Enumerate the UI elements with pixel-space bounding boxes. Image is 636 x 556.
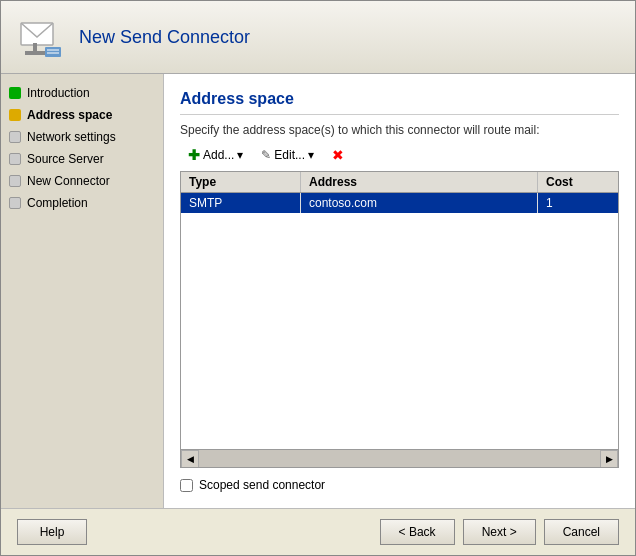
sidebar-label-address-space: Address space [27,108,112,122]
add-label: Add... [203,148,234,162]
sidebar-item-source-server[interactable]: Source Server [1,148,163,170]
col-address: Address [301,172,538,192]
sidebar-label-introduction: Introduction [27,86,90,100]
dialog: New Send Connector Introduction Address … [0,0,636,556]
sidebar-label-completion: Completion [27,196,88,210]
horizontal-scrollbar[interactable]: ◀ ▶ [181,449,618,467]
toolbar: ✚ Add... ▾ ✎ Edit... ▾ ✖ [180,145,619,165]
delete-icon: ✖ [332,147,344,163]
address-space-table: Type Address Cost SMTP contoso.com 1 ◀ ▶ [180,171,619,468]
panel-title: Address space [180,90,619,115]
table-body: SMTP contoso.com 1 [181,193,618,449]
sidebar-label-network-settings: Network settings [27,130,116,144]
sidebar-item-new-connector[interactable]: New Connector [1,170,163,192]
add-icon: ✚ [188,147,200,163]
scoped-connector-label: Scoped send connector [199,478,325,492]
add-dropdown-arrow: ▾ [237,148,243,162]
cell-address: contoso.com [301,193,538,213]
scroll-track[interactable] [199,450,600,468]
sidebar-item-completion[interactable]: Completion [1,192,163,214]
main-panel: Address space Specify the address space(… [164,74,635,508]
scroll-left-arrow[interactable]: ◀ [181,450,199,468]
help-button[interactable]: Help [17,519,87,545]
scroll-right-arrow[interactable]: ▶ [600,450,618,468]
add-button[interactable]: ✚ Add... ▾ [180,145,251,165]
delete-button[interactable]: ✖ [324,145,352,165]
svg-rect-2 [25,51,45,55]
edit-icon: ✎ [261,148,271,162]
title-bar: New Send Connector [1,1,635,74]
cancel-button[interactable]: Cancel [544,519,619,545]
dot-new-connector [9,175,21,187]
edit-button[interactable]: ✎ Edit... ▾ [253,146,322,164]
sidebar-item-introduction[interactable]: Introduction [1,82,163,104]
dialog-title: New Send Connector [79,27,250,48]
dot-address-space [9,109,21,121]
scoped-connector-checkbox[interactable] [180,479,193,492]
sidebar-label-new-connector: New Connector [27,174,110,188]
table-row[interactable]: SMTP contoso.com 1 [181,193,618,213]
scoped-connector-row: Scoped send connector [180,478,619,492]
edit-label: Edit... [274,148,305,162]
bottom-bar: Help < Back Next > Cancel [1,508,635,555]
dot-source-server [9,153,21,165]
cell-type: SMTP [181,193,301,213]
col-cost: Cost [538,172,618,192]
sidebar-item-address-space[interactable]: Address space [1,104,163,126]
table-header: Type Address Cost [181,172,618,193]
svg-rect-3 [45,47,61,57]
connector-icon [17,13,65,61]
content-area: Introduction Address space Network setti… [1,74,635,508]
back-button[interactable]: < Back [380,519,455,545]
dot-completion [9,197,21,209]
nav-buttons: < Back Next > Cancel [380,519,619,545]
sidebar: Introduction Address space Network setti… [1,74,164,508]
dot-network-settings [9,131,21,143]
edit-dropdown-arrow: ▾ [308,148,314,162]
next-button[interactable]: Next > [463,519,536,545]
col-type: Type [181,172,301,192]
sidebar-label-source-server: Source Server [27,152,104,166]
cell-cost: 1 [538,193,618,213]
sidebar-item-network-settings[interactable]: Network settings [1,126,163,148]
dot-introduction [9,87,21,99]
panel-description: Specify the address space(s) to which th… [180,123,619,137]
